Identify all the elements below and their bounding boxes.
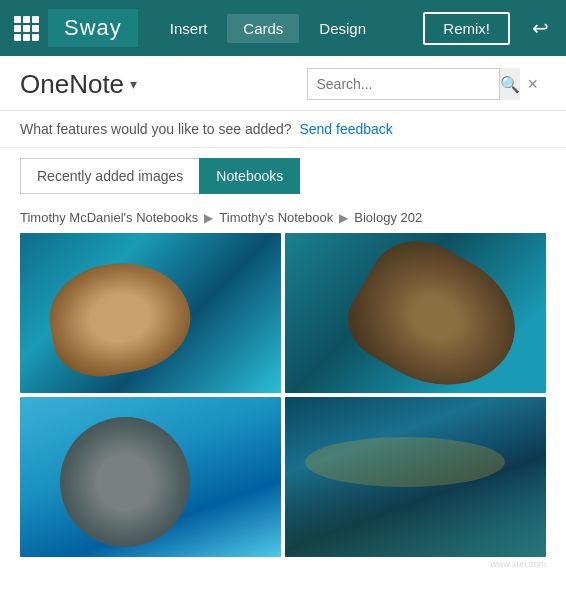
breadcrumb-segment-2[interactable]: Biology 202 <box>354 210 422 225</box>
search-button[interactable]: 🔍 <box>499 68 520 100</box>
image-turtle[interactable] <box>285 233 546 393</box>
search-box: 🔍 <box>307 68 507 100</box>
feedback-question: What features would you like to see adde… <box>20 121 292 137</box>
breadcrumb-segment-0[interactable]: Timothy McDaniel's Notebooks <box>20 210 198 225</box>
app-logo: Sway <box>48 9 138 47</box>
app-title-area: OneNote ▾ <box>20 69 307 100</box>
image-grid <box>0 233 566 557</box>
tab-recently-added[interactable]: Recently added images <box>20 158 199 194</box>
nav-design[interactable]: Design <box>303 14 382 43</box>
undo-button[interactable]: ↩ <box>522 10 558 46</box>
tab-bar: Recently added images Notebooks <box>0 148 566 204</box>
feedback-bar: What features would you like to see adde… <box>0 111 566 148</box>
top-nav-bar: Sway Insert Cards Design Remix! ↩ <box>0 0 566 56</box>
main-content: OneNote ▾ 🔍 × What features would you li… <box>0 56 566 600</box>
app-title-text: OneNote <box>20 69 124 100</box>
watermark: www.xuri.com <box>0 557 566 571</box>
title-dropdown-icon[interactable]: ▾ <box>130 76 137 92</box>
grid-menu-icon[interactable] <box>8 10 44 46</box>
image-seal-1[interactable] <box>20 233 281 393</box>
remix-button[interactable]: Remix! <box>423 12 510 45</box>
tab-notebooks[interactable]: Notebooks <box>199 158 300 194</box>
image-fish[interactable] <box>285 397 546 557</box>
breadcrumb-arrow-0: ▶ <box>204 211 213 225</box>
breadcrumb: Timothy McDaniel's Notebooks ▶ Timothy's… <box>0 204 566 233</box>
nav-links: Insert Cards Design <box>154 14 424 43</box>
breadcrumb-arrow-1: ▶ <box>339 211 348 225</box>
header-row: OneNote ▾ 🔍 × <box>0 56 566 111</box>
close-button[interactable]: × <box>519 70 546 99</box>
nav-cards[interactable]: Cards <box>227 14 299 43</box>
image-seal-2[interactable] <box>20 397 281 557</box>
breadcrumb-segment-1[interactable]: Timothy's Notebook <box>219 210 333 225</box>
send-feedback-link[interactable]: Send feedback <box>299 121 392 137</box>
search-input[interactable] <box>308 76 499 92</box>
nav-insert[interactable]: Insert <box>154 14 224 43</box>
